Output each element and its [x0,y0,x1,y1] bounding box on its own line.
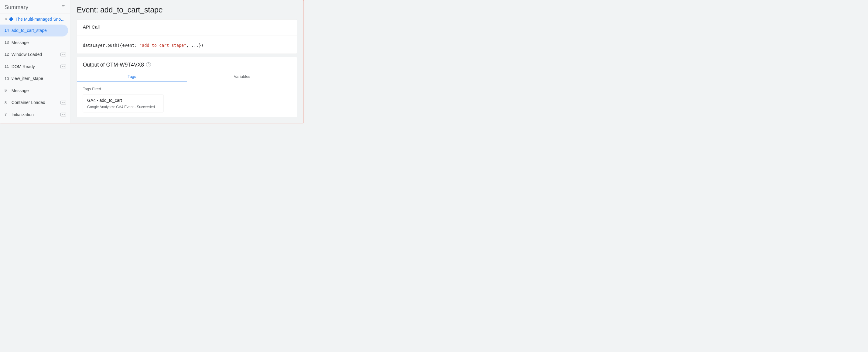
tags-fired-label: Tags Fired [83,87,291,91]
item-label-7: Initialization [11,112,57,118]
tag-card: GA4 - add_to_cart Google Analytics: GA4 … [83,94,164,113]
item-num-8: 8 [5,100,10,106]
item-label-11: DOM Ready [11,63,57,69]
code-suffix: , ...}) [186,43,204,48]
clear-icon[interactable] [61,4,66,10]
tab-tags[interactable]: Tags [77,71,187,82]
app-container: Summary ▼ The Multi-managed Sno... 14 ad… [0,0,304,123]
sidebar-item-10[interactable]: 10 view_item_stape [0,72,70,85]
item-num-12: 12 [5,52,10,57]
item-label-9: Message [11,88,66,94]
item-num-10: 10 [5,76,10,82]
tag-card-name: GA4 - add_to_cart [83,94,163,105]
code-prefix: dataLayer.push({event: [83,43,140,48]
sidebar-title: Summary [5,4,28,10]
event-title: Event: add_to_cart_stape [77,5,297,17]
parent-item-label: The Multi-managed Sno... [16,17,64,22]
help-icon[interactable]: ? [146,62,151,67]
sidebar-item-12[interactable]: 12 Window Loaded <> [0,49,70,61]
output-card: Output of GTM-W9T4VX8 ? Tags Variables T… [77,57,297,117]
chevron-down-icon: ▼ [5,17,8,21]
output-header: Output of GTM-W9T4VX8 ? [77,57,297,68]
code-string: "add_to_cart_stape" [140,43,186,48]
api-call-card: API Call dataLayer.push({event: "add_to_… [77,20,297,54]
code-badge-12: <> [60,53,66,56]
diamond-icon [9,17,13,21]
svg-rect-1 [62,6,64,6]
tag-card-status: Google Analytics: GA4 Event - Succeeded [83,105,163,112]
item-num-7: 7 [5,112,10,118]
api-call-title: API Call [83,24,291,30]
tabs-bar: Tags Variables [77,71,297,82]
tab-content: Tags Fired GA4 - add_to_cart Google Anal… [77,82,297,117]
tab-variables[interactable]: Variables [187,71,297,82]
svg-rect-0 [62,5,65,5]
item-label-14: add_to_cart_stape [11,27,64,33]
item-label-12: Window Loaded [11,51,57,57]
sidebar-item-11[interactable]: 11 DOM Ready <> [0,60,70,72]
output-title: Output of GTM-W9T4VX8 [83,62,144,68]
sidebar-header: Summary [0,0,70,14]
sidebar-item-13[interactable]: 13 Message [0,36,70,49]
api-call-section: API Call [77,20,297,35]
sidebar-item-7[interactable]: 7 Initialization <> [0,109,70,121]
sidebar-item-9[interactable]: 9 Message [0,85,70,97]
item-label-10: view_item_stape [11,76,66,82]
code-badge-8: <> [60,100,66,104]
item-label-8: Container Loaded [11,100,57,106]
item-num-9: 9 [5,88,10,94]
main-content: Event: add_to_cart_stape API Call dataLa… [70,0,304,123]
sidebar: Summary ▼ The Multi-managed Sno... 14 ad… [0,0,70,123]
item-num-13: 13 [5,39,10,45]
sidebar-parent-item[interactable]: ▼ The Multi-managed Sno... [0,14,70,24]
svg-rect-2 [62,7,63,7]
item-num-11: 11 [5,63,10,69]
api-call-code-section: dataLayer.push({event: "add_to_cart_stap… [77,35,297,54]
code-badge-11: <> [60,65,66,68]
sidebar-item-8[interactable]: 8 Container Loaded <> [0,97,70,109]
api-call-code: dataLayer.push({event: "add_to_cart_stap… [83,40,291,49]
item-num-14: 14 [5,28,10,33]
item-label-13: Message [11,39,66,46]
sidebar-item-14[interactable]: 14 add_to_cart_stape [0,25,68,37]
code-badge-7: <> [60,113,66,116]
